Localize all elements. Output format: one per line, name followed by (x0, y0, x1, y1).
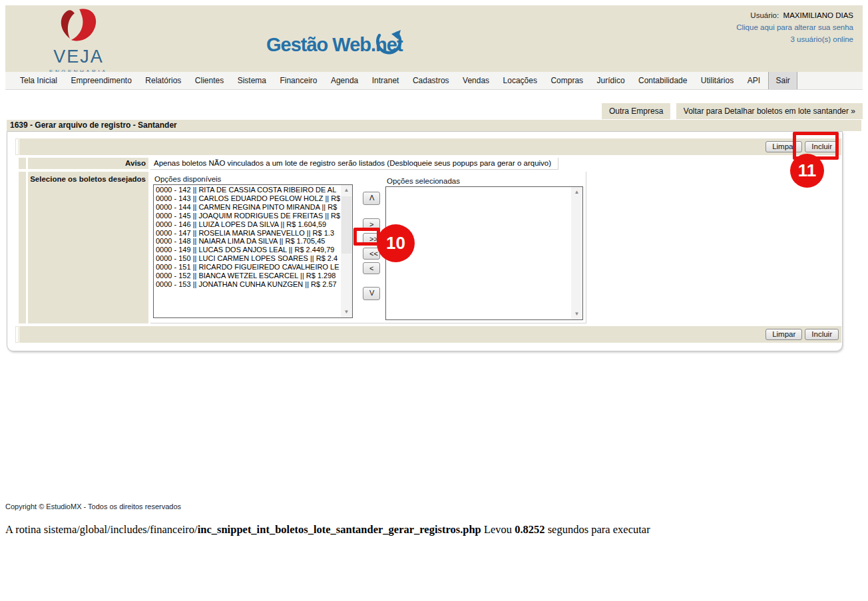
routine-prefix: A rotina sistema/global/includes/finance… (5, 523, 198, 536)
row-spacer-cell (19, 158, 26, 169)
form-panel: Limpar Incluir Aviso Apenas boletos NÃO … (7, 131, 843, 351)
scroll-up-icon[interactable]: ▲ (571, 187, 582, 198)
user-name: MAXIMILIANO DIAS (783, 11, 853, 19)
list-item[interactable]: 0000 - 147 || ROSELIA MARIA SPANEVELLO |… (154, 229, 340, 238)
page-actions: Outra Empresa Voltar para Detalhar bolet… (599, 103, 863, 119)
available-options-label: Opções disponíveis (154, 175, 221, 183)
available-scrollbar[interactable]: ▲ ▼ (341, 185, 352, 317)
toolbar-spacer-cell (15, 326, 19, 343)
app-logo-text: Gestão Web.n (266, 34, 387, 55)
routine-suffix: segundos para executar (545, 523, 650, 536)
scroll-down-icon[interactable]: ▼ (571, 309, 582, 319)
list-item[interactable]: 0000 - 143 || CARLOS EDUARDO PEGLOW HOLZ… (154, 194, 340, 203)
scroll-down-icon[interactable]: ▼ (341, 307, 352, 317)
change-password-link[interactable]: Clique aqui para alterar sua senha (736, 23, 853, 31)
online-users-status: 3 usuário(s) online (736, 33, 853, 45)
page-title: 1639 - Gerar arquivo de registro - Santa… (7, 120, 861, 131)
veja-logo-icon (57, 36, 101, 47)
limpar-button-bottom[interactable]: Limpar (765, 329, 802, 340)
routine-file: inc_snippet_int_boletos_lote_santander_g… (198, 523, 481, 536)
list-item[interactable]: 0000 - 144 || CARMEN REGINA PINTO MIRAND… (154, 203, 340, 212)
main-menu: Tela Inicial Empreendimento Relatórios C… (5, 72, 863, 90)
top-toolbar: Limpar Incluir (15, 138, 841, 155)
menu-item-locacoes[interactable]: Locações (498, 72, 542, 89)
menu-item-api[interactable]: API (742, 72, 765, 89)
routine-time: 0.8252 (515, 523, 544, 536)
gestao-webnet-logo: Gestão Web.net (266, 28, 419, 61)
menu-item-sistema[interactable]: Sistema (232, 72, 272, 89)
menu-item-juridico[interactable]: Jurídico (592, 72, 630, 89)
menu-item-sair[interactable]: Sair (768, 72, 797, 89)
page: VEJA ENGENHARIA Gestão Web.net Usuário: … (0, 0, 868, 601)
selected-options-label: Opções selecionadas (387, 177, 460, 185)
select-boletos-label: Selecione os boletos desejados (28, 172, 148, 323)
menu-item-tela-inicial[interactable]: Tela Inicial (15, 72, 63, 89)
bottom-toolbar: Limpar Incluir (15, 326, 841, 343)
menu-item-clientes[interactable]: Clientes (190, 72, 229, 89)
available-options-listbox[interactable]: 0000 - 142 || RITA DE CASSIA COSTA RIBEI… (153, 184, 353, 318)
move-up-button[interactable]: Λ (363, 192, 380, 205)
copyright-text: Copyright © EstudioMX - Todos os direito… (5, 502, 181, 510)
aviso-label: Aviso (28, 158, 148, 169)
outra-empresa-button[interactable]: Outra Empresa (602, 103, 670, 119)
voltar-button[interactable]: Voltar para Detalhar boletos em lote san… (676, 103, 863, 119)
menu-item-contabilidade[interactable]: Contabilidade (633, 72, 692, 89)
user-label: Usuário: (750, 11, 779, 19)
circular-arrow-icon (371, 27, 407, 63)
scroll-up-icon[interactable]: ▲ (341, 185, 352, 196)
menu-item-relatorios[interactable]: Relatórios (140, 72, 186, 89)
routine-mid: Levou (481, 523, 515, 536)
dual-list-container: Opções disponíveis 0000 - 142 || RITA DE… (150, 172, 586, 323)
list-item[interactable]: 0000 - 152 || BIANCA WETZEL ESCARCEL || … (154, 272, 340, 280)
annotation-rect-10 (353, 228, 380, 246)
list-item[interactable]: 0000 - 148 || NAIARA LIMA DA SILVA || R$… (154, 237, 340, 246)
scrollbar-thumb[interactable] (341, 196, 351, 254)
menu-item-agenda[interactable]: Agenda (326, 72, 363, 89)
menu-item-intranet[interactable]: Intranet (367, 72, 405, 89)
list-item[interactable]: 0000 - 151 || RICARDO FIGUEIREDO CAVALHE… (154, 263, 340, 272)
selected-scrollbar[interactable]: ▲ ▼ (571, 187, 582, 319)
menu-item-financeiro[interactable]: Financeiro (274, 72, 322, 89)
list-item[interactable]: 0000 - 150 || LUCI CARMEN LOPES SOARES |… (154, 254, 340, 263)
annotation-step-10: 10 (377, 224, 415, 262)
menu-item-vendas[interactable]: Vendas (457, 72, 495, 89)
list-item[interactable]: 0000 - 153 || JONATHAN CUNHA KUNZGEN || … (154, 280, 340, 289)
menu-item-cadastros[interactable]: Cadastros (407, 72, 455, 89)
list-item[interactable]: 0000 - 145 || JOAQUIM RODRIGUES DE FREIT… (154, 212, 340, 220)
move-down-button[interactable]: V (363, 287, 380, 300)
row-spacer-cell (19, 172, 26, 323)
menu-item-compras[interactable]: Compras (545, 72, 588, 89)
user-info-box: Usuário: MAXIMILIANO DIAS Clique aqui pa… (736, 9, 853, 45)
veja-brand-text: VEJA (39, 47, 118, 67)
veja-logo: VEJA ENGENHARIA (39, 8, 118, 75)
annotation-rect-11 (793, 132, 839, 160)
menu-item-empreendimento[interactable]: Empreendimento (65, 72, 136, 89)
selected-options-listbox[interactable]: ▲ ▼ (385, 186, 583, 320)
routine-execution-text: A rotina sistema/global/includes/finance… (5, 523, 650, 536)
list-item[interactable]: 0000 - 142 || RITA DE CASSIA COSTA RIBEI… (154, 186, 340, 194)
list-item[interactable]: 0000 - 149 || LUCAS DOS ANJOS LEAL || R$… (154, 246, 340, 254)
aviso-text: Apenas boletos NÃO vinculados a um lote … (150, 158, 558, 170)
move-left-button[interactable]: < (363, 262, 380, 274)
header-banner: VEJA ENGENHARIA Gestão Web.net Usuário: … (5, 5, 863, 72)
incluir-button-bottom[interactable]: Incluir (805, 329, 839, 340)
menu-item-utilitarios[interactable]: Utilitários (696, 72, 739, 89)
list-item[interactable]: 0000 - 146 || LUIZA LOPES DA SILVA || R$… (154, 220, 340, 229)
toolbar-spacer-cell (15, 138, 19, 155)
